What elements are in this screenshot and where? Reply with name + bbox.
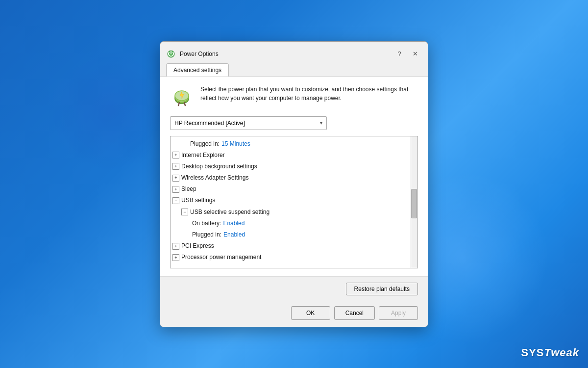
list-item: + Desktop background settings [171,161,417,172]
power-options-dialog: Power Options ? ✕ Advanced settings [160,41,428,327]
expand-processor-power[interactable]: + [172,254,179,261]
list-item: − USB settings [171,195,417,206]
expand-wireless-adapter[interactable]: + [172,175,179,182]
plugged-in-label: Plugged in: [190,139,220,149]
tab-bar: Advanced settings [160,61,428,77]
watermark: SYSTweak [521,346,580,359]
list-item: + Processor power management [171,252,417,263]
plugged-in-value[interactable]: 15 Minutes [221,139,250,149]
plan-dropdown[interactable]: HP Recommended [Active] ▾ [170,116,327,130]
ok-button[interactable]: OK [291,306,330,320]
restore-area: Restore plan defaults [160,276,428,301]
desktop-background-label: Desktop background settings [181,162,257,171]
plugged-in-usb-value[interactable]: Enabled [223,230,245,239]
settings-tree: Plugged in: 15 Minutes + Internet Explor… [170,136,418,268]
processor-power-label: Processor power management [181,253,261,262]
expand-pci-express[interactable]: + [172,243,179,250]
list-item: + PCI Express [171,240,417,252]
wireless-adapter-label: Wireless Adapter Settings [181,173,248,183]
power-options-icon [166,49,176,59]
title-bar: Power Options ? ✕ [160,42,428,61]
description-area: Select the power plan that you want to c… [170,85,418,108]
dialog-content: Select the power plan that you want to c… [160,77,428,276]
chevron-down-icon: ▾ [320,120,322,126]
expand-usb-settings[interactable]: − [172,197,179,204]
internet-explorer-label: Internet Explorer [181,151,225,160]
list-item: + Sleep [171,184,417,195]
expand-internet-explorer[interactable]: + [172,152,179,158]
list-item: On battery: Enabled [171,218,417,229]
pci-express-label: PCI Express [181,241,214,251]
expand-desktop-background[interactable]: + [172,163,179,170]
list-item: Plugged in: 15 Minutes [171,138,417,150]
watermark-sys: SYS [521,346,544,359]
close-button[interactable]: ✕ [408,49,422,59]
cancel-button[interactable]: Cancel [334,306,375,320]
scrollbar-track[interactable] [411,136,417,268]
list-item: − USB selective suspend setting [171,207,417,218]
power-icon [170,85,194,108]
restore-plan-defaults-button[interactable]: Restore plan defaults [346,283,418,295]
watermark-tweak: Tweak [544,346,579,359]
on-battery-label: On battery: [192,219,221,228]
expand-sleep[interactable]: + [172,186,179,193]
list-item: + Wireless Adapter Settings [171,172,417,184]
title-bar-controls: ? ✕ [392,49,422,59]
plugged-in-usb-label: Plugged in: [192,230,221,239]
usb-selective-label: USB selective suspend setting [190,208,270,217]
list-item: Plugged in: Enabled [171,229,417,240]
apply-button[interactable]: Apply [379,306,418,320]
sleep-label: Sleep [181,184,196,194]
description-text: Select the power plan that you want to c… [200,85,418,103]
plan-dropdown-wrapper: HP Recommended [Active] ▾ [170,116,418,130]
usb-settings-label: USB settings [181,196,215,205]
tab-advanced-settings[interactable]: Advanced settings [166,63,229,77]
list-item: + Internet Explorer [171,150,417,161]
window-title: Power Options [180,51,219,57]
scrollbar-thumb[interactable] [411,189,417,218]
on-battery-value[interactable]: Enabled [223,219,245,228]
action-area: OK Cancel Apply [160,301,428,327]
expand-usb-selective[interactable]: − [181,209,188,215]
plan-dropdown-value: HP Recommended [Active] [174,120,245,127]
title-bar-left: Power Options [166,49,219,59]
help-button[interactable]: ? [392,49,406,59]
tree-content: Plugged in: 15 Minutes + Internet Explor… [171,136,417,268]
